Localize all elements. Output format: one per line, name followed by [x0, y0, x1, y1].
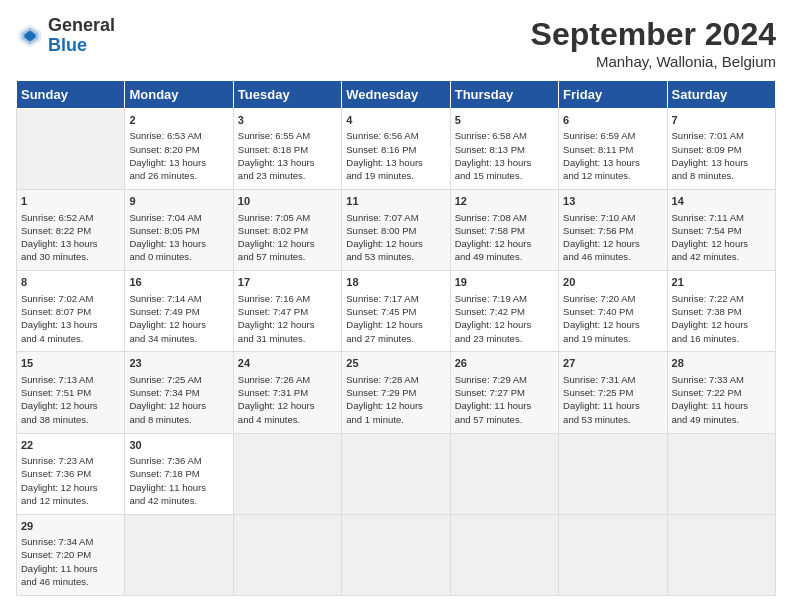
col-sunday: Sunday [17, 81, 125, 109]
day-info: and 46 minutes. [21, 575, 120, 588]
table-cell: 4Sunrise: 6:56 AMSunset: 8:16 PMDaylight… [342, 109, 450, 190]
day-info: Sunrise: 7:04 AM [129, 211, 228, 224]
day-info: Daylight: 12 hours [21, 399, 120, 412]
day-info: Sunrise: 7:34 AM [21, 535, 120, 548]
day-info: Sunrise: 7:07 AM [346, 211, 445, 224]
day-number: 1 [21, 194, 120, 209]
day-info: Daylight: 13 hours [346, 156, 445, 169]
day-info: Sunset: 8:02 PM [238, 224, 337, 237]
day-info: Sunrise: 7:20 AM [563, 292, 662, 305]
day-number: 2 [129, 113, 228, 128]
day-info: Sunrise: 6:58 AM [455, 129, 554, 142]
table-cell [125, 514, 233, 595]
title-block: September 2024 Manhay, Wallonia, Belgium [531, 16, 776, 70]
day-info: Daylight: 13 hours [21, 237, 120, 250]
table-cell: 28Sunrise: 7:33 AMSunset: 7:22 PMDayligh… [667, 352, 775, 433]
day-info: and 12 minutes. [21, 494, 120, 507]
day-number: 26 [455, 356, 554, 371]
day-info: Sunset: 8:11 PM [563, 143, 662, 156]
day-info: Sunrise: 6:56 AM [346, 129, 445, 142]
day-number: 4 [346, 113, 445, 128]
day-info: and 16 minutes. [672, 332, 771, 345]
day-info: and 4 minutes. [21, 332, 120, 345]
location: Manhay, Wallonia, Belgium [531, 53, 776, 70]
day-info: Sunrise: 7:08 AM [455, 211, 554, 224]
logo-text: General Blue [48, 16, 115, 56]
day-info: Sunrise: 7:31 AM [563, 373, 662, 386]
day-info: Sunset: 7:38 PM [672, 305, 771, 318]
day-info: Sunset: 8:07 PM [21, 305, 120, 318]
day-info: and 8 minutes. [129, 413, 228, 426]
day-info: Sunrise: 7:22 AM [672, 292, 771, 305]
day-info: and 23 minutes. [455, 332, 554, 345]
table-cell: 15Sunrise: 7:13 AMSunset: 7:51 PMDayligh… [17, 352, 125, 433]
day-number: 8 [21, 275, 120, 290]
day-info: and 4 minutes. [238, 413, 337, 426]
day-info: Sunset: 8:16 PM [346, 143, 445, 156]
day-number: 24 [238, 356, 337, 371]
table-cell [667, 433, 775, 514]
day-info: and 0 minutes. [129, 250, 228, 263]
day-info: Sunset: 7:29 PM [346, 386, 445, 399]
day-info: and 26 minutes. [129, 169, 228, 182]
day-info: and 19 minutes. [346, 169, 445, 182]
day-info: Sunrise: 7:29 AM [455, 373, 554, 386]
day-info: and 27 minutes. [346, 332, 445, 345]
col-saturday: Saturday [667, 81, 775, 109]
day-info: Daylight: 13 hours [238, 156, 337, 169]
table-row: 22Sunrise: 7:23 AMSunset: 7:36 PMDayligh… [17, 433, 776, 514]
day-info: Sunrise: 7:14 AM [129, 292, 228, 305]
table-cell: 10Sunrise: 7:05 AMSunset: 8:02 PMDayligh… [233, 190, 341, 271]
day-info: Daylight: 12 hours [455, 237, 554, 250]
table-cell: 9Sunrise: 7:04 AMSunset: 8:05 PMDaylight… [125, 190, 233, 271]
day-info: Daylight: 12 hours [563, 318, 662, 331]
day-number: 11 [346, 194, 445, 209]
day-number: 20 [563, 275, 662, 290]
table-cell: 8Sunrise: 7:02 AMSunset: 8:07 PMDaylight… [17, 271, 125, 352]
day-info: Daylight: 12 hours [346, 318, 445, 331]
day-info: Sunset: 8:18 PM [238, 143, 337, 156]
day-info: Sunrise: 6:53 AM [129, 129, 228, 142]
table-row: 2Sunrise: 6:53 AMSunset: 8:20 PMDaylight… [17, 109, 776, 190]
table-cell: 1Sunrise: 6:52 AMSunset: 8:22 PMDaylight… [17, 190, 125, 271]
day-number: 30 [129, 438, 228, 453]
day-number: 14 [672, 194, 771, 209]
day-number: 23 [129, 356, 228, 371]
day-info: and 57 minutes. [455, 413, 554, 426]
month-title: September 2024 [531, 16, 776, 53]
table-cell: 25Sunrise: 7:28 AMSunset: 7:29 PMDayligh… [342, 352, 450, 433]
day-info: Sunset: 8:22 PM [21, 224, 120, 237]
table-cell [233, 433, 341, 514]
day-info: Sunrise: 7:13 AM [21, 373, 120, 386]
day-info: Sunset: 7:25 PM [563, 386, 662, 399]
day-info: Daylight: 11 hours [21, 562, 120, 575]
day-number: 5 [455, 113, 554, 128]
table-cell: 26Sunrise: 7:29 AMSunset: 7:27 PMDayligh… [450, 352, 558, 433]
table-row: 29Sunrise: 7:34 AMSunset: 7:20 PMDayligh… [17, 514, 776, 595]
day-info: Sunrise: 7:01 AM [672, 129, 771, 142]
day-number: 7 [672, 113, 771, 128]
day-info: and 1 minute. [346, 413, 445, 426]
table-cell: 23Sunrise: 7:25 AMSunset: 7:34 PMDayligh… [125, 352, 233, 433]
day-info: Sunrise: 6:52 AM [21, 211, 120, 224]
day-info: Daylight: 12 hours [672, 318, 771, 331]
table-cell: 30Sunrise: 7:36 AMSunset: 7:18 PMDayligh… [125, 433, 233, 514]
day-number: 22 [21, 438, 120, 453]
day-info: Daylight: 13 hours [129, 156, 228, 169]
day-info: and 46 minutes. [563, 250, 662, 263]
day-info: and 31 minutes. [238, 332, 337, 345]
day-info: Sunrise: 7:10 AM [563, 211, 662, 224]
col-wednesday: Wednesday [342, 81, 450, 109]
day-info: and 15 minutes. [455, 169, 554, 182]
day-info: and 53 minutes. [346, 250, 445, 263]
day-info: Daylight: 13 hours [563, 156, 662, 169]
col-tuesday: Tuesday [233, 81, 341, 109]
table-cell [450, 514, 558, 595]
day-info: Sunrise: 7:25 AM [129, 373, 228, 386]
day-info: Sunset: 7:40 PM [563, 305, 662, 318]
day-info: Daylight: 12 hours [346, 237, 445, 250]
table-cell: 18Sunrise: 7:17 AMSunset: 7:45 PMDayligh… [342, 271, 450, 352]
day-number: 16 [129, 275, 228, 290]
day-info: and 19 minutes. [563, 332, 662, 345]
table-cell: 20Sunrise: 7:20 AMSunset: 7:40 PMDayligh… [559, 271, 667, 352]
